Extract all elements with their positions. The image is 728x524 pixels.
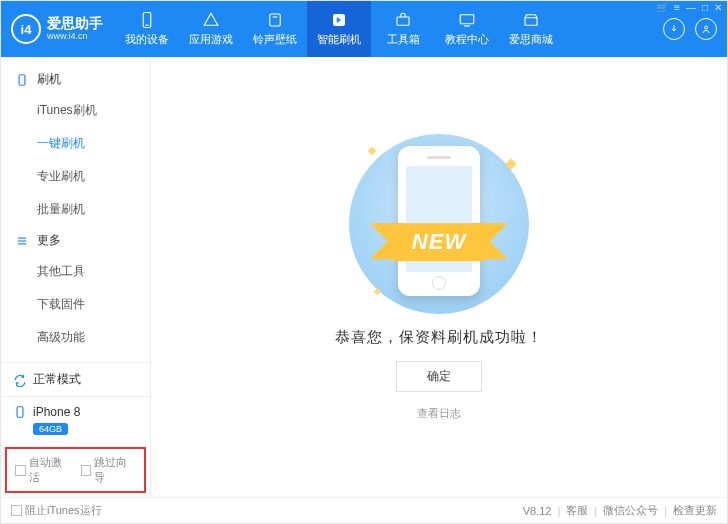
device-name: iPhone 8 (33, 405, 80, 419)
sidebar-item-oneclick-flash[interactable]: 一键刷机 (1, 127, 150, 160)
download-button[interactable] (663, 18, 685, 40)
logo[interactable]: i4 爱思助手 www.i4.cn (1, 1, 115, 57)
device-icon (13, 405, 27, 419)
sidebar: 刷机 iTunes刷机 一键刷机 专业刷机 批量刷机 更多 其他工具 下载固件 … (1, 57, 151, 497)
tutorial-icon (458, 11, 476, 29)
brand-name: 爱思助手 (47, 16, 103, 31)
flash-icon (330, 11, 348, 29)
check-block-itunes[interactable]: 阻止iTunes运行 (11, 503, 102, 518)
main-content: NEW 恭喜您，保资料刷机成功啦！ 确定 查看日志 (151, 57, 727, 497)
success-message: 恭喜您，保资料刷机成功啦！ (335, 328, 543, 347)
minimize-icon[interactable]: — (686, 2, 696, 13)
nav-tutorial[interactable]: 教程中心 (435, 1, 499, 57)
nav-label: 应用游戏 (189, 32, 233, 47)
ok-button[interactable]: 确定 (396, 361, 482, 392)
nav-label: 智能刷机 (317, 32, 361, 47)
sidebar-device[interactable]: iPhone 8 64GB (1, 396, 150, 443)
maximize-icon[interactable]: □ (702, 2, 708, 13)
nav-my-device[interactable]: 我的设备 (115, 1, 179, 57)
phone-icon (15, 73, 29, 87)
sidebar-item-batch-flash[interactable]: 批量刷机 (1, 193, 150, 226)
svg-point-8 (705, 26, 708, 29)
check-skip-guide[interactable]: 跳过向导 (81, 455, 137, 485)
sidebar-section-flash: 刷机 (1, 65, 150, 94)
toolbox-icon (394, 11, 412, 29)
nav-label: 教程中心 (445, 32, 489, 47)
nav-label: 工具箱 (387, 32, 420, 47)
nav-label: 铃声壁纸 (253, 32, 297, 47)
nav-flash[interactable]: 智能刷机 (307, 1, 371, 57)
nav-ringtones[interactable]: 铃声壁纸 (243, 1, 307, 57)
logo-icon: i4 (11, 14, 41, 44)
wechat-link[interactable]: 微信公众号 (603, 503, 658, 518)
new-ribbon: NEW (394, 223, 484, 261)
sidebar-item-pro-flash[interactable]: 专业刷机 (1, 160, 150, 193)
svg-rect-5 (397, 17, 409, 25)
user-button[interactable] (695, 18, 717, 40)
store-icon (522, 11, 540, 29)
sidebar-item-other-tools[interactable]: 其他工具 (1, 255, 150, 288)
success-illustration: NEW (349, 134, 529, 314)
cart-icon[interactable]: 🛒 (656, 2, 668, 13)
menu-icon[interactable]: ≡ (674, 2, 680, 13)
svg-rect-9 (19, 74, 25, 85)
menu-icon (15, 234, 29, 248)
nav-store[interactable]: 爱思商城 (499, 1, 563, 57)
svg-rect-6 (460, 15, 474, 24)
sidebar-section-more: 更多 (1, 226, 150, 255)
svg-rect-2 (270, 14, 281, 26)
apps-icon (202, 11, 220, 29)
nav-label: 爱思商城 (509, 32, 553, 47)
sidebar-item-itunes-flash[interactable]: iTunes刷机 (1, 94, 150, 127)
version-label: V8.12 (523, 505, 552, 517)
sidebar-item-download-firmware[interactable]: 下载固件 (1, 288, 150, 321)
top-nav: 我的设备 应用游戏 铃声壁纸 智能刷机 工具箱 教程中心 (115, 1, 653, 57)
header: i4 爱思助手 www.i4.cn 我的设备 应用游戏 铃声壁纸 智能刷机 (1, 1, 727, 57)
window-controls: 🛒 ≡ — □ ✕ (656, 2, 722, 13)
sidebar-status[interactable]: 正常模式 (1, 362, 150, 396)
nav-toolbox[interactable]: 工具箱 (371, 1, 435, 57)
svg-rect-13 (17, 407, 23, 418)
device-icon (138, 11, 156, 29)
music-icon (266, 11, 284, 29)
brand-url: www.i4.cn (47, 32, 103, 42)
sidebar-checks: 自动激活 跳过向导 (5, 447, 146, 493)
refresh-icon (13, 373, 27, 387)
update-link[interactable]: 检查更新 (673, 503, 717, 518)
storage-badge: 64GB (33, 423, 68, 435)
view-log-link[interactable]: 查看日志 (417, 406, 461, 421)
check-auto-activate[interactable]: 自动激活 (15, 455, 71, 485)
footer: 阻止iTunes运行 V8.12 | 客服 | 微信公众号 | 检查更新 (1, 497, 727, 523)
support-link[interactable]: 客服 (566, 503, 588, 518)
nav-apps[interactable]: 应用游戏 (179, 1, 243, 57)
close-icon[interactable]: ✕ (714, 2, 722, 13)
nav-label: 我的设备 (125, 32, 169, 47)
sidebar-item-advanced[interactable]: 高级功能 (1, 321, 150, 354)
